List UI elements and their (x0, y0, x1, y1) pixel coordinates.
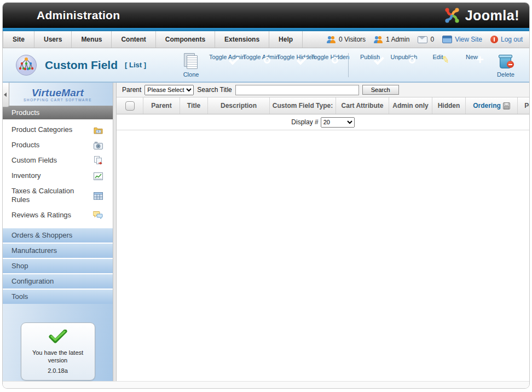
column-header-title: Title (180, 97, 208, 114)
camera-icon (94, 141, 103, 149)
folder-icon (94, 126, 103, 134)
column-header-custom-field-type: Custom Field Type: (270, 97, 336, 114)
view-site-icon (442, 36, 452, 43)
toggle-admin-off-button[interactable]: Toggle Admin (243, 52, 275, 60)
parent-filter-label: Parent (122, 86, 141, 94)
main-panel: Parent Please Select Search Title Search… (117, 83, 529, 381)
display-label: Display # (291, 118, 318, 126)
toolbar-buttons: Clone Toggle Admin Toggle Admin Toggle H… (175, 52, 522, 78)
sidebar-section-tools[interactable]: Tools (3, 289, 113, 304)
toolbar-divider (348, 53, 349, 77)
menu-menus[interactable]: Menus (72, 31, 112, 48)
column-header-parent: Parent (143, 97, 180, 114)
top-menubar: Site Users Menus Content Components Exte… (3, 31, 529, 48)
toolbar-title: Custom Field (45, 59, 118, 72)
table-header-row: Parent Title Description Custom Field Ty… (117, 97, 529, 114)
visitors-icon (327, 36, 336, 43)
version-message: You have the latest version (24, 349, 92, 364)
sidebar-item-taxes[interactable]: Taxes & Calculation Rules (3, 183, 113, 207)
menu-extensions[interactable]: Extensions (215, 31, 269, 48)
new-button[interactable]: New (456, 52, 488, 60)
menu-help[interactable]: Help (269, 31, 303, 48)
table-header-checkbox-cell (117, 97, 143, 114)
custom-field-icon (15, 54, 38, 77)
page-toolbar: Custom Field [ List ] Clone Toggle Admin… (3, 48, 529, 83)
search-button[interactable]: Search (362, 85, 399, 95)
toggle-hidden-off-button[interactable]: Toggle Hidden (311, 52, 343, 60)
admins-count: 1 Admin (386, 36, 409, 43)
sidebar-item-product-categories[interactable]: Product Categories (3, 122, 113, 137)
delete-button[interactable]: Delete (490, 52, 522, 78)
empty-table-body (117, 130, 529, 381)
clone-button[interactable]: Clone (175, 52, 207, 78)
sidebar-item-inventory[interactable]: Inventory (3, 168, 113, 183)
messages-count: 0 (430, 36, 434, 43)
admin-icon (374, 36, 383, 43)
search-title-input[interactable] (235, 85, 359, 95)
page-heading: Custom Field [ List ] (15, 54, 146, 77)
display-limit-select[interactable]: 20 (321, 117, 355, 128)
messages-status[interactable]: 0 (418, 36, 434, 43)
table-icon (94, 192, 103, 200)
products-menu-panel: Product Categories Products (3, 119, 113, 227)
sidebar-item-custom-fields[interactable]: Custom Fields (3, 153, 113, 168)
column-header-ordering[interactable]: Ordering (466, 97, 518, 114)
logout-link[interactable]: Log out (490, 36, 523, 43)
edit-button[interactable]: Edit (422, 52, 454, 60)
window-footer (3, 381, 529, 388)
toggle-admin-on-button[interactable]: Toggle Admin (209, 52, 241, 60)
save-order-icon[interactable] (503, 102, 510, 109)
search-title-label: Search Title (197, 86, 232, 94)
sidebar-section-orders[interactable]: Orders & Shoppers (3, 227, 113, 243)
pagination-row: Display # 20 (117, 114, 529, 130)
status-bar: 0 Visitors 1 Admin 0 View Site Log out (327, 31, 529, 48)
sidebar-section-shop[interactable]: Shop (3, 258, 113, 273)
menu-site[interactable]: Site (3, 31, 34, 48)
sidebar-footer-area: You have the latest version 2.0.18a (3, 304, 113, 381)
admins-status: 1 Admin (374, 36, 409, 43)
sidebar-section-products[interactable]: Products (3, 106, 113, 119)
sidebar-item-reviews[interactable]: Reviews & Ratings (3, 207, 113, 223)
column-header-cart-attribute: Cart Attribute (336, 97, 389, 114)
view-site-link[interactable]: View Site (442, 36, 482, 43)
sidebar-section-manufacturers[interactable]: Manufacturers (3, 243, 113, 258)
toolbar-title-suffix: [ List ] (125, 61, 146, 69)
bubbles-icon (93, 211, 103, 220)
menu-components[interactable]: Components (156, 31, 215, 48)
toggle-hidden-on-button[interactable]: Toggle Hidden (277, 52, 309, 60)
admin-window: Administration Joomla! Site Users Menus (2, 2, 530, 389)
clone-icon (184, 53, 198, 70)
menu-content[interactable]: Content (112, 31, 155, 48)
parent-filter-select[interactable]: Please Select (144, 85, 194, 95)
delete-trash-icon (498, 53, 514, 70)
visitors-status: 0 Visitors (327, 36, 366, 43)
filter-bar: Parent Please Select Search Title Search (117, 83, 529, 97)
joomla-mark-icon (442, 5, 462, 25)
column-header-hidden: Hidden (432, 97, 466, 114)
version-number: 2.0.18a (24, 367, 92, 374)
version-status-box: You have the latest version 2.0.18a (21, 322, 95, 381)
joomla-logo-text: Joomla! (465, 8, 519, 24)
latest-version-check-icon (49, 330, 67, 344)
publish-button[interactable]: Publish (354, 52, 386, 60)
sidebar-section-configuration[interactable]: Configuration (3, 273, 113, 289)
select-all-checkbox[interactable] (125, 101, 135, 111)
top-header: Administration Joomla! (3, 3, 529, 28)
sidebar-collapse-handle[interactable] (3, 83, 9, 107)
chart-icon (94, 172, 103, 180)
pages-icon (94, 156, 103, 165)
virtuemart-sidebar: VirtueMart shopping cart software Produc… (3, 83, 113, 381)
column-header-description: Description (208, 97, 270, 114)
sidebar-main-divider (113, 83, 117, 381)
column-header-admin-only: Admin only (389, 97, 432, 114)
logout-icon (490, 36, 498, 43)
unpublish-button[interactable]: Unpublish (388, 52, 420, 60)
joomla-logo: Joomla! (442, 5, 519, 25)
visitors-count: 0 Visitors (339, 36, 366, 43)
virtuemart-logo[interactable]: VirtueMart shopping cart software (3, 83, 113, 106)
column-header-published: Published (518, 97, 530, 114)
menu-users[interactable]: Users (34, 31, 72, 48)
mail-icon (418, 36, 427, 43)
page-title: Administration (37, 9, 120, 22)
sidebar-item-products[interactable]: Products (3, 137, 113, 153)
